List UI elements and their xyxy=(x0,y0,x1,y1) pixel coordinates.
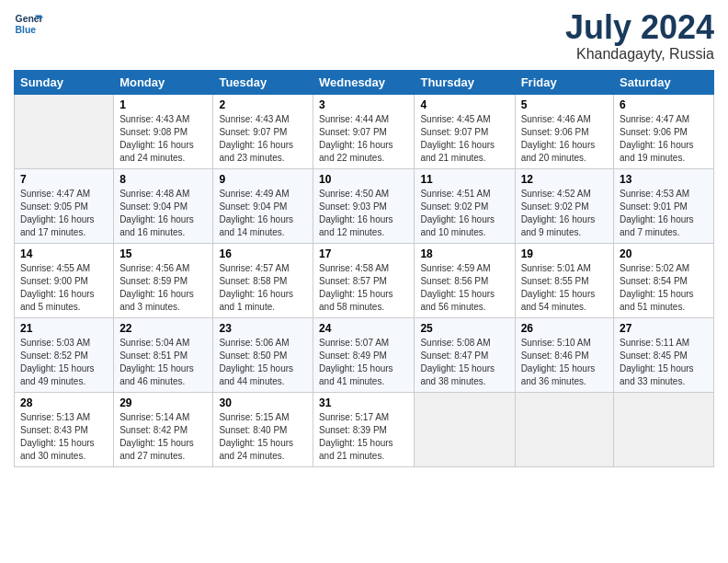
cell-sun-info: Sunrise: 4:43 AMSunset: 9:08 PMDaylight:… xyxy=(119,113,207,165)
cell-sun-info: Sunrise: 4:57 AMSunset: 8:58 PMDaylight:… xyxy=(219,262,307,314)
calendar-table: SundayMondayTuesdayWednesdayThursdayFrid… xyxy=(14,70,714,467)
cell-sun-info: Sunrise: 5:14 AMSunset: 8:42 PMDaylight:… xyxy=(119,411,207,463)
day-number: 5 xyxy=(521,98,608,111)
day-number: 14 xyxy=(20,247,108,260)
day-number: 10 xyxy=(319,173,408,186)
cell-sun-info: Sunrise: 4:48 AMSunset: 9:04 PMDaylight:… xyxy=(119,188,207,239)
calendar-cell: 12Sunrise: 4:52 AMSunset: 9:02 PMDayligh… xyxy=(515,168,613,243)
cell-sun-info: Sunrise: 5:07 AMSunset: 8:49 PMDaylight:… xyxy=(319,337,408,388)
calendar-cell: 23Sunrise: 5:06 AMSunset: 8:50 PMDayligh… xyxy=(213,317,313,392)
cell-sun-info: Sunrise: 4:50 AMSunset: 9:03 PMDaylight:… xyxy=(319,188,408,239)
day-number: 6 xyxy=(620,98,708,111)
day-number: 4 xyxy=(420,98,508,111)
month-year-title: July 2024 xyxy=(565,9,714,46)
weekday-header-sunday: Sunday xyxy=(15,70,114,94)
calendar-cell: 13Sunrise: 4:53 AMSunset: 9:01 PMDayligh… xyxy=(614,168,714,243)
calendar-cell: 30Sunrise: 5:15 AMSunset: 8:40 PMDayligh… xyxy=(213,392,313,466)
calendar-cell: 8Sunrise: 4:48 AMSunset: 9:04 PMDaylight… xyxy=(114,168,213,243)
cell-sun-info: Sunrise: 4:53 AMSunset: 9:01 PMDaylight:… xyxy=(620,188,708,239)
calendar-cell xyxy=(614,392,714,466)
svg-text:Blue: Blue xyxy=(16,25,37,35)
calendar-cell: 2Sunrise: 4:43 AMSunset: 9:07 PMDaylight… xyxy=(213,94,313,168)
calendar-cell: 26Sunrise: 5:10 AMSunset: 8:46 PMDayligh… xyxy=(515,317,613,392)
weekday-header-wednesday: Wednesday xyxy=(313,70,415,94)
cell-sun-info: Sunrise: 5:15 AMSunset: 8:40 PMDaylight:… xyxy=(219,411,307,463)
cell-sun-info: Sunrise: 4:56 AMSunset: 8:59 PMDaylight:… xyxy=(119,262,207,314)
calendar-cell: 4Sunrise: 4:45 AMSunset: 9:07 PMDaylight… xyxy=(415,94,515,168)
logo-icon: General Blue xyxy=(14,9,43,39)
calendar-body: 1Sunrise: 4:43 AMSunset: 9:08 PMDaylight… xyxy=(15,94,714,466)
day-number: 16 xyxy=(219,247,307,260)
calendar-header-row: SundayMondayTuesdayWednesdayThursdayFrid… xyxy=(15,70,714,94)
cell-sun-info: Sunrise: 4:47 AMSunset: 9:05 PMDaylight:… xyxy=(20,188,108,239)
weekday-header-saturday: Saturday xyxy=(614,70,714,94)
logo: General Blue xyxy=(14,9,43,39)
day-number: 17 xyxy=(319,247,408,260)
weekday-header-thursday: Thursday xyxy=(415,70,515,94)
calendar-cell: 18Sunrise: 4:59 AMSunset: 8:56 PMDayligh… xyxy=(415,243,515,317)
calendar-cell: 3Sunrise: 4:44 AMSunset: 9:07 PMDaylight… xyxy=(313,94,415,168)
calendar-cell xyxy=(515,392,613,466)
calendar-cell: 21Sunrise: 5:03 AMSunset: 8:52 PMDayligh… xyxy=(15,317,114,392)
calendar-cell: 19Sunrise: 5:01 AMSunset: 8:55 PMDayligh… xyxy=(515,243,613,317)
day-number: 18 xyxy=(420,247,508,260)
cell-sun-info: Sunrise: 4:47 AMSunset: 9:06 PMDaylight:… xyxy=(620,113,708,165)
cell-sun-info: Sunrise: 5:17 AMSunset: 8:39 PMDaylight:… xyxy=(319,411,408,463)
calendar-cell: 17Sunrise: 4:58 AMSunset: 8:57 PMDayligh… xyxy=(313,243,415,317)
day-number: 7 xyxy=(20,173,108,186)
calendar-cell: 6Sunrise: 4:47 AMSunset: 9:06 PMDaylight… xyxy=(614,94,714,168)
day-number: 9 xyxy=(219,173,307,186)
calendar-cell: 14Sunrise: 4:55 AMSunset: 9:00 PMDayligh… xyxy=(15,243,114,317)
weekday-header-friday: Friday xyxy=(515,70,613,94)
calendar-cell xyxy=(415,392,515,466)
title-section: July 2024 Khandagayty, Russia xyxy=(565,9,714,63)
cell-sun-info: Sunrise: 5:06 AMSunset: 8:50 PMDaylight:… xyxy=(219,337,307,388)
cell-sun-info: Sunrise: 4:45 AMSunset: 9:07 PMDaylight:… xyxy=(420,113,508,165)
location-subtitle: Khandagayty, Russia xyxy=(565,46,714,63)
calendar-cell: 11Sunrise: 4:51 AMSunset: 9:02 PMDayligh… xyxy=(415,168,515,243)
day-number: 26 xyxy=(521,322,608,335)
calendar-cell: 10Sunrise: 4:50 AMSunset: 9:03 PMDayligh… xyxy=(313,168,415,243)
calendar-cell: 20Sunrise: 5:02 AMSunset: 8:54 PMDayligh… xyxy=(614,243,714,317)
calendar-cell: 24Sunrise: 5:07 AMSunset: 8:49 PMDayligh… xyxy=(313,317,415,392)
calendar-cell: 5Sunrise: 4:46 AMSunset: 9:06 PMDaylight… xyxy=(515,94,613,168)
calendar-cell: 16Sunrise: 4:57 AMSunset: 8:58 PMDayligh… xyxy=(213,243,313,317)
day-number: 23 xyxy=(219,322,307,335)
cell-sun-info: Sunrise: 5:13 AMSunset: 8:43 PMDaylight:… xyxy=(20,411,108,463)
calendar-cell: 29Sunrise: 5:14 AMSunset: 8:42 PMDayligh… xyxy=(114,392,213,466)
weekday-header-monday: Monday xyxy=(114,70,213,94)
cell-sun-info: Sunrise: 5:04 AMSunset: 8:51 PMDaylight:… xyxy=(119,337,207,388)
calendar-cell: 7Sunrise: 4:47 AMSunset: 9:05 PMDaylight… xyxy=(15,168,114,243)
day-number: 22 xyxy=(119,322,207,335)
cell-sun-info: Sunrise: 4:46 AMSunset: 9:06 PMDaylight:… xyxy=(521,113,608,165)
day-number: 29 xyxy=(119,396,207,409)
calendar-cell: 28Sunrise: 5:13 AMSunset: 8:43 PMDayligh… xyxy=(15,392,114,466)
calendar-cell: 9Sunrise: 4:49 AMSunset: 9:04 PMDaylight… xyxy=(213,168,313,243)
calendar-cell: 25Sunrise: 5:08 AMSunset: 8:47 PMDayligh… xyxy=(415,317,515,392)
day-number: 3 xyxy=(319,98,408,111)
day-number: 8 xyxy=(119,173,207,186)
day-number: 31 xyxy=(319,396,408,409)
day-number: 15 xyxy=(119,247,207,260)
cell-sun-info: Sunrise: 4:44 AMSunset: 9:07 PMDaylight:… xyxy=(319,113,408,165)
cell-sun-info: Sunrise: 4:49 AMSunset: 9:04 PMDaylight:… xyxy=(219,188,307,239)
calendar-cell: 15Sunrise: 4:56 AMSunset: 8:59 PMDayligh… xyxy=(114,243,213,317)
day-number: 19 xyxy=(521,247,608,260)
day-number: 20 xyxy=(620,247,708,260)
day-number: 25 xyxy=(420,322,508,335)
day-number: 27 xyxy=(620,322,708,335)
day-number: 28 xyxy=(20,396,108,409)
calendar-cell xyxy=(15,94,114,168)
calendar-week-row: 28Sunrise: 5:13 AMSunset: 8:43 PMDayligh… xyxy=(15,392,714,466)
page-header: General Blue July 2024 Khandagayty, Russ… xyxy=(14,9,714,63)
cell-sun-info: Sunrise: 5:08 AMSunset: 8:47 PMDaylight:… xyxy=(420,337,508,388)
cell-sun-info: Sunrise: 4:43 AMSunset: 9:07 PMDaylight:… xyxy=(219,113,307,165)
day-number: 2 xyxy=(219,98,307,111)
calendar-cell: 27Sunrise: 5:11 AMSunset: 8:45 PMDayligh… xyxy=(614,317,714,392)
cell-sun-info: Sunrise: 4:55 AMSunset: 9:00 PMDaylight:… xyxy=(20,262,108,314)
cell-sun-info: Sunrise: 5:02 AMSunset: 8:54 PMDaylight:… xyxy=(620,262,708,314)
calendar-week-row: 14Sunrise: 4:55 AMSunset: 9:00 PMDayligh… xyxy=(15,243,714,317)
cell-sun-info: Sunrise: 5:11 AMSunset: 8:45 PMDaylight:… xyxy=(620,337,708,388)
cell-sun-info: Sunrise: 4:59 AMSunset: 8:56 PMDaylight:… xyxy=(420,262,508,314)
calendar-week-row: 21Sunrise: 5:03 AMSunset: 8:52 PMDayligh… xyxy=(15,317,714,392)
